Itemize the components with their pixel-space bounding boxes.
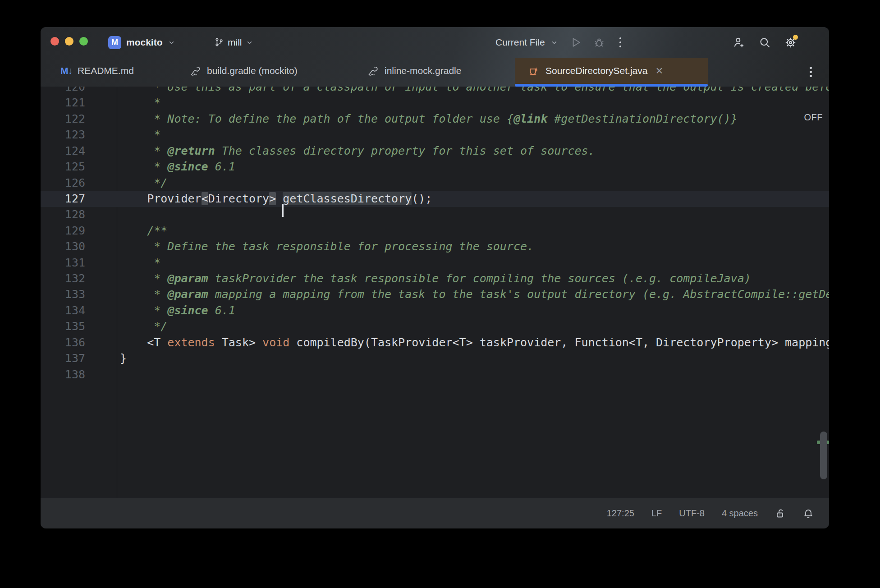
gradle-file-icon bbox=[189, 65, 202, 77]
line-number-124[interactable]: 124 bbox=[41, 143, 85, 159]
run-configuration-label: Current File bbox=[495, 37, 545, 48]
code-line-126[interactable]: */ bbox=[120, 175, 829, 191]
project-icon: M bbox=[108, 36, 121, 49]
debug-icon[interactable] bbox=[593, 37, 605, 48]
line-number-126[interactable]: 126 bbox=[41, 175, 85, 191]
settings-gear-icon[interactable] bbox=[784, 37, 797, 49]
code-line-129[interactable]: /** bbox=[120, 223, 829, 239]
code-token bbox=[276, 192, 283, 205]
code-token: void bbox=[262, 336, 289, 349]
tab-label: build.gradle (mockito) bbox=[207, 65, 298, 76]
run-configuration-selector[interactable]: Current File bbox=[495, 37, 558, 48]
code-token: compiledBy(TaskProvider<T> taskProvider,… bbox=[289, 336, 829, 349]
line-number-122[interactable]: 122 bbox=[41, 111, 85, 127]
tab-label: SourceDirectorySet.java bbox=[545, 65, 647, 76]
line-number-127[interactable]: 127 bbox=[41, 191, 85, 207]
code-token: #getDestinationDirectory()} bbox=[547, 112, 737, 125]
line-number-130[interactable]: 130 bbox=[41, 239, 85, 254]
vertical-scrollbar-thumb[interactable] bbox=[820, 432, 827, 479]
notifications-bell-icon[interactable] bbox=[803, 508, 814, 519]
more-actions-icon[interactable] bbox=[617, 35, 624, 51]
code-line-133[interactable]: * @param mapping a mapping from the task… bbox=[120, 286, 829, 302]
tab-inline-mock-gradle[interactable]: inline-mock.gradle bbox=[367, 58, 461, 84]
line-number-136[interactable]: 136 bbox=[41, 335, 85, 350]
code-token: getClassesDirectory bbox=[283, 192, 412, 205]
code-editor[interactable]: 1201211221231241251261271281291301311321… bbox=[41, 87, 829, 498]
line-number-138[interactable]: 138 bbox=[41, 367, 85, 382]
line-number-137[interactable]: 137 bbox=[41, 350, 85, 366]
code-token: * bbox=[120, 96, 160, 109]
tab-list-more-icon[interactable] bbox=[807, 64, 815, 80]
line-number-123[interactable]: 123 bbox=[41, 127, 85, 142]
code-line-128[interactable] bbox=[120, 207, 829, 222]
code-token: The classes directory property for this … bbox=[215, 144, 595, 157]
encoding-widget[interactable]: UTF-8 bbox=[679, 508, 705, 519]
line-number-134[interactable]: 134 bbox=[41, 303, 85, 318]
line-number-120[interactable]: 120 bbox=[41, 87, 85, 95]
code-token: > bbox=[269, 192, 276, 205]
code-token: <T bbox=[120, 336, 167, 349]
code-line-122[interactable]: * Note: To define the path of the output… bbox=[120, 111, 829, 127]
line-separator-widget[interactable]: LF bbox=[651, 508, 662, 519]
window-controls bbox=[50, 37, 88, 46]
code-token: taskProvider the task responsible for co… bbox=[208, 272, 751, 285]
code-token: /** bbox=[120, 224, 167, 237]
code-line-131[interactable]: * bbox=[120, 255, 829, 271]
tab-label: README.md bbox=[78, 65, 134, 76]
code-token: @since bbox=[167, 160, 208, 173]
code-line-123[interactable]: * bbox=[120, 127, 829, 142]
code-line-134[interactable]: * @since 6.1 bbox=[120, 303, 829, 318]
code-line-130[interactable]: * Define the task responsible for proces… bbox=[120, 239, 829, 254]
code-line-137[interactable]: } bbox=[120, 350, 829, 366]
java-file-icon bbox=[527, 64, 540, 77]
line-number-128[interactable]: 128 bbox=[41, 207, 85, 222]
git-branch-icon bbox=[214, 37, 224, 47]
editor-gutter[interactable]: 1201211221231241251261271281291301311321… bbox=[41, 87, 85, 382]
tab-sourcedirectoryset-java[interactable]: SourceDirectorySet.java × bbox=[527, 58, 663, 84]
code-line-120[interactable]: * Use this as part of a classpath or inp… bbox=[120, 87, 829, 95]
zoom-window-button[interactable] bbox=[79, 37, 88, 46]
close-window-button[interactable] bbox=[50, 37, 59, 46]
code-line-124[interactable]: * @return The classes directory property… bbox=[120, 143, 829, 159]
branch-name: mill bbox=[228, 37, 242, 48]
indent-widget[interactable]: 4 spaces bbox=[722, 508, 758, 519]
code-line-136[interactable]: <T extends Task> void compiledBy(TaskPro… bbox=[120, 335, 829, 350]
status-bar: 127:25 LF UTF-8 4 spaces bbox=[41, 498, 829, 528]
chevron-down-icon bbox=[246, 39, 253, 46]
code-token: mapping a mapping from the task to the t… bbox=[208, 288, 829, 301]
code-line-121[interactable]: * bbox=[120, 95, 829, 110]
line-number-125[interactable]: 125 bbox=[41, 159, 85, 175]
caret-position-widget[interactable]: 127:25 bbox=[607, 508, 634, 519]
code-content[interactable]: * Use this as part of a classpath or inp… bbox=[120, 87, 829, 382]
gutter-separator bbox=[117, 87, 117, 498]
vcs-branch-widget[interactable]: mill bbox=[214, 32, 253, 53]
code-line-132[interactable]: * @param taskProvider the task responsib… bbox=[120, 271, 829, 286]
line-number-133[interactable]: 133 bbox=[41, 286, 85, 302]
line-number-135[interactable]: 135 bbox=[41, 318, 85, 334]
highlighting-level-widget[interactable]: OFF bbox=[804, 112, 823, 123]
line-number-121[interactable]: 121 bbox=[41, 95, 85, 110]
close-tab-icon[interactable]: × bbox=[655, 66, 663, 75]
code-line-125[interactable]: * @since 6.1 bbox=[120, 159, 829, 175]
code-line-127[interactable]: Provider<Directory> getClassesDirectory(… bbox=[120, 191, 829, 207]
code-token: * bbox=[120, 272, 167, 285]
line-number-131[interactable]: 131 bbox=[41, 255, 85, 271]
editor-tab-bar: M↓ README.md build.gradle (mockito) bbox=[41, 58, 829, 87]
unlocked-padlock-icon[interactable] bbox=[775, 508, 786, 519]
line-number-129[interactable]: 129 bbox=[41, 223, 85, 239]
code-token: (); bbox=[412, 192, 432, 205]
search-everywhere-icon[interactable] bbox=[759, 37, 771, 49]
code-line-138[interactable] bbox=[120, 367, 829, 382]
code-token: * bbox=[120, 304, 167, 317]
code-with-me-add-user-icon[interactable] bbox=[733, 37, 745, 49]
project-widget[interactable]: M mockito bbox=[108, 32, 175, 53]
code-line-135[interactable]: */ bbox=[120, 318, 829, 334]
tab-readme-md[interactable]: M↓ README.md bbox=[60, 58, 134, 84]
run-icon[interactable] bbox=[570, 37, 582, 48]
code-token: Directory bbox=[208, 192, 269, 205]
minimize-window-button[interactable] bbox=[65, 37, 73, 46]
tab-build-gradle[interactable]: build.gradle (mockito) bbox=[189, 58, 298, 84]
gradle-file-icon bbox=[367, 65, 379, 77]
line-number-132[interactable]: 132 bbox=[41, 271, 85, 286]
window-header: M mockito mill bbox=[41, 27, 829, 87]
